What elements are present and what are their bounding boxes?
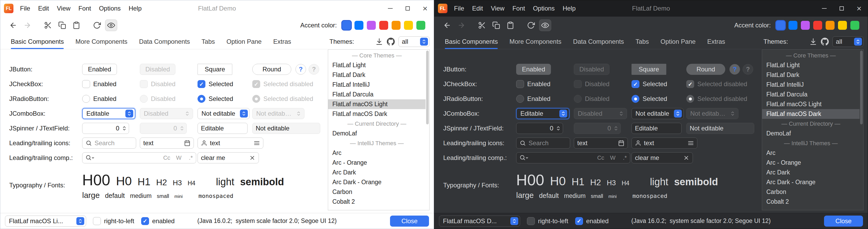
theme-list-item[interactable]: Arc - Orange — [762, 158, 860, 168]
menu-icon[interactable] — [254, 140, 260, 146]
tab[interactable]: Extras — [707, 34, 725, 49]
minimize-button[interactable] — [815, 0, 833, 17]
help-button[interactable]: ? — [296, 64, 306, 75]
menu-item[interactable]: Options — [95, 0, 125, 17]
download-theme-button[interactable] — [809, 38, 817, 46]
themes-scrollbar[interactable] — [426, 50, 429, 210]
not-editable-combobox[interactable]: Not editable — [631, 108, 684, 119]
tab[interactable]: Data Components — [573, 34, 624, 49]
theme-list-item[interactable]: FlatLaf Light — [328, 60, 426, 70]
theme-list-item[interactable]: Arc Dark — [328, 168, 426, 177]
tab[interactable]: Data Components — [139, 34, 190, 49]
menu-item[interactable]: File — [450, 0, 468, 17]
menu-item[interactable]: File — [16, 0, 34, 17]
right-to-left-checkbox[interactable]: right-to-left — [527, 217, 568, 225]
square-button[interactable]: Square — [631, 64, 666, 75]
editable-textfield[interactable]: Editable — [197, 123, 248, 134]
spinner-arrows-icon[interactable] — [556, 126, 560, 131]
calendar-icon[interactable] — [184, 140, 190, 146]
combo-arrow-icon[interactable] — [76, 217, 84, 225]
accent-color-swatch[interactable] — [838, 21, 847, 30]
square-button[interactable]: Square — [197, 64, 232, 75]
accent-color-swatch[interactable] — [342, 21, 351, 30]
copy-button[interactable] — [490, 20, 502, 31]
download-theme-button[interactable] — [375, 38, 383, 46]
theme-list-item[interactable]: DemoLaf — [762, 128, 860, 138]
menu-item[interactable]: Help — [125, 0, 145, 17]
accent-color-swatch[interactable] — [379, 21, 388, 30]
menu-item[interactable]: View — [487, 0, 508, 17]
back-button[interactable] — [7, 20, 19, 31]
menu-item[interactable]: Font — [508, 0, 529, 17]
theme-list-item[interactable]: FlatLaf Darcula — [762, 90, 860, 99]
accent-color-swatch[interactable] — [826, 21, 835, 30]
github-button[interactable] — [821, 38, 829, 46]
accent-color-swatch[interactable] — [788, 21, 798, 30]
show-toggle-button[interactable] — [105, 20, 117, 31]
tab[interactable]: Basic Components — [11, 34, 64, 49]
search-with-options-field[interactable]: Cc W .* — [82, 152, 196, 163]
match-case-toggle[interactable]: Cc — [163, 154, 170, 161]
theme-list-item[interactable]: FlatLaf IntelliJ — [762, 80, 860, 90]
close-window-button[interactable]: × — [416, 0, 434, 17]
clearable-field[interactable]: clear me — [631, 152, 693, 163]
tab[interactable]: Extras — [273, 34, 291, 49]
accent-color-swatch[interactable] — [416, 21, 425, 30]
radio-selected[interactable]: Selected — [197, 95, 233, 103]
theme-list-item[interactable]: Arc — [762, 148, 860, 158]
theme-list-item[interactable]: FlatLaf Dark — [762, 70, 860, 80]
accent-color-swatch[interactable] — [367, 21, 376, 30]
menu-icon[interactable] — [688, 140, 694, 146]
combo-arrow-icon[interactable] — [240, 110, 248, 117]
theme-list-item[interactable]: FlatLaf macOS Light — [762, 99, 860, 109]
accent-color-swatch[interactable] — [392, 21, 401, 30]
theme-list-item[interactable]: Arc Dark - Orange — [328, 177, 426, 187]
combo-arrow-icon[interactable] — [559, 110, 567, 117]
accent-color-swatch[interactable] — [850, 21, 859, 30]
back-button[interactable] — [441, 20, 453, 31]
enabled-checkbox[interactable]: enabled — [141, 217, 175, 225]
match-case-toggle[interactable]: Cc — [597, 154, 604, 161]
accent-color-swatch[interactable] — [813, 21, 822, 30]
close-button[interactable]: Close — [390, 216, 429, 227]
checkbox-enabled[interactable]: Enabled — [516, 80, 550, 88]
theme-list-item[interactable]: Cobalt 2 — [328, 197, 426, 207]
regex-toggle[interactable]: .* — [189, 154, 193, 161]
checkbox-enabled[interactable]: Enabled — [82, 80, 116, 88]
theme-list-item[interactable]: FlatLaf Light — [762, 60, 860, 70]
clearable-field[interactable]: clear me — [197, 152, 259, 163]
menu-item[interactable]: View — [53, 0, 74, 17]
enabled-checkbox[interactable]: enabled — [575, 217, 609, 225]
help-button[interactable]: ? — [730, 64, 740, 75]
laf-combobox[interactable]: FlatLaf macOS D... — [439, 216, 520, 227]
accent-color-swatch[interactable] — [801, 21, 810, 30]
radio-enabled[interactable]: Enabled — [516, 95, 550, 103]
search-menu-icon[interactable] — [520, 155, 529, 161]
theme-list-item[interactable]: Arc Dark - Orange — [762, 177, 860, 187]
radio-enabled[interactable]: Enabled — [82, 95, 116, 103]
not-editable-combobox[interactable]: Not editable — [197, 108, 250, 119]
right-to-left-checkbox[interactable]: right-to-left — [93, 217, 134, 225]
editable-combobox[interactable]: Editable — [516, 108, 569, 119]
scrollbar-thumb[interactable] — [426, 51, 429, 124]
themes-filter-combobox[interactable]: all — [398, 36, 430, 47]
theme-list-item[interactable]: Arc — [328, 148, 426, 158]
date-field[interactable]: text — [574, 138, 628, 149]
radio-selected[interactable]: Selected — [631, 95, 667, 103]
close-window-button[interactable]: × — [850, 0, 868, 17]
combo-arrow-icon[interactable] — [125, 110, 133, 117]
menu-item[interactable]: Options — [529, 0, 559, 17]
themes-filter-combobox[interactable]: all — [832, 36, 864, 47]
enabled-button[interactable]: Enabled — [516, 64, 551, 75]
minimize-button[interactable] — [381, 0, 399, 17]
laf-combobox[interactable]: FlatLaf macOS Li... — [5, 216, 86, 227]
theme-list-item[interactable]: FlatLaf IntelliJ — [328, 80, 426, 90]
theme-list-item[interactable]: FlatLaf macOS Dark — [328, 109, 426, 119]
clear-icon[interactable] — [249, 155, 255, 161]
search-field[interactable]: Search — [82, 138, 136, 149]
copy-button[interactable] — [56, 20, 68, 31]
tab[interactable]: More Components — [509, 34, 561, 49]
theme-list-item[interactable]: FlatLaf Darcula — [328, 90, 426, 99]
combo-arrow-icon[interactable] — [674, 110, 682, 117]
whole-words-toggle[interactable]: W — [610, 154, 616, 161]
